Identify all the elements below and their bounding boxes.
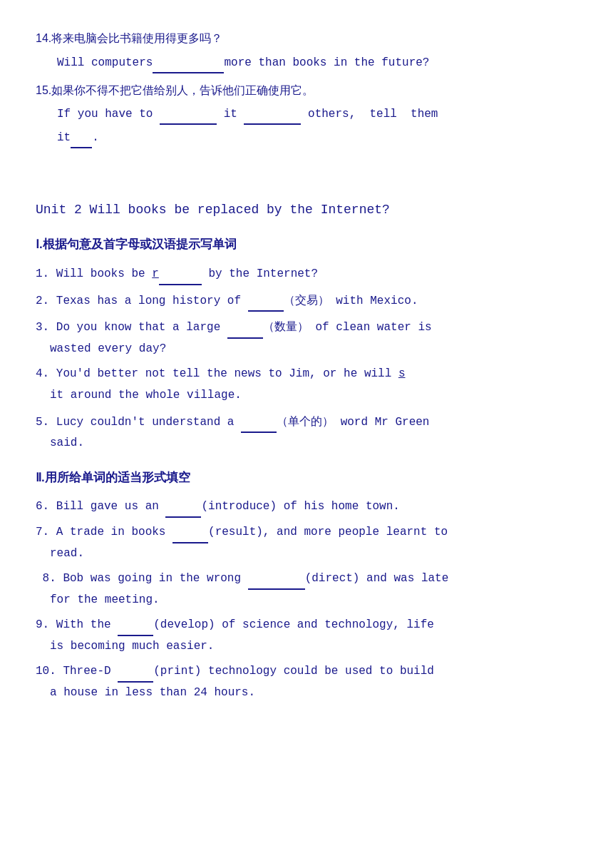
q15-blank3[interactable]	[71, 136, 92, 148]
question-1: 1. Will books be r by the Internet?	[36, 264, 577, 285]
spacer	[36, 155, 577, 177]
q4-wrap: it around the whole village.	[36, 385, 577, 407]
q3-text: 3. Do you know that a large （数量） of clea…	[36, 321, 432, 334]
q15-chinese: 15.如果你不得不把它借给别人，告诉他们正确使用它。	[36, 81, 577, 102]
q2-blank[interactable]	[248, 299, 284, 312]
q6-blank[interactable]	[165, 505, 201, 518]
q5-blank[interactable]	[241, 420, 277, 433]
q3-wrap: wasted every day?	[36, 339, 577, 360]
question-4: 4. You'd better not tell the news to Jim…	[36, 364, 577, 406]
q10-wrap: a house in less than 24 hours.	[36, 683, 577, 704]
question-14: 14.将来电脑会比书籍使用得更多吗？ Will computersmore th…	[36, 29, 577, 73]
q9-blank[interactable]	[118, 623, 153, 636]
section2-title: Ⅱ.用所给单词的适当形式填空	[36, 467, 577, 490]
q8-wrap: for the meeting.	[36, 590, 577, 611]
q15-english-line1: If you have to it others, tell them	[36, 104, 577, 125]
q10-blank[interactable]	[118, 670, 153, 683]
question-6: 6. Bill gave us an (introduce) of his ho…	[36, 496, 577, 518]
question-15: 15.如果你不得不把它借给别人，告诉他们正确使用它。 If you have t…	[36, 81, 577, 148]
q14-chinese: 14.将来电脑会比书籍使用得更多吗？	[36, 29, 577, 50]
unit-title: Unit 2 Will books be replaced by the Int…	[36, 198, 577, 221]
question-10: 10. Three-D (print) technology could be …	[36, 661, 577, 703]
q5-wrap: said.	[36, 433, 577, 454]
question-5: 5. Lucy couldn't understand a （单个的） word…	[36, 411, 577, 454]
q1-underline: r	[152, 267, 159, 280]
q5-text: 5. Lucy couldn't understand a （单个的） word…	[36, 416, 429, 429]
q15-english-line2: it.	[36, 128, 577, 148]
q8-blank[interactable]	[248, 577, 305, 590]
q3-blank[interactable]	[227, 326, 263, 339]
page: 14.将来电脑会比书籍使用得更多吗？ Will computersmore th…	[36, 29, 577, 704]
q14-english: Will computersmore than books in the fut…	[36, 53, 577, 73]
question-2: 2. Texas has a long history of （交易） with…	[36, 290, 577, 312]
q4-underline: s	[398, 367, 406, 380]
q9-wrap: is becoming much easier.	[36, 636, 577, 658]
q4-text: 4. You'd better not tell the news to Jim…	[36, 367, 406, 380]
question-9: 9. With the (develop) of science and tec…	[36, 615, 577, 657]
q1-num: 1. Will books be r by the Internet?	[36, 267, 318, 280]
q7-blank[interactable]	[172, 531, 208, 543]
q7-wrap: read.	[36, 543, 577, 565]
question-7: 7. A trade in books (result), and more p…	[36, 522, 577, 564]
q2-text: 2. Texas has a long history of （交易） with…	[36, 295, 418, 307]
section1-title: Ⅰ.根据句意及首字母或汉语提示写单词	[36, 234, 577, 257]
q15-blank1[interactable]	[160, 112, 217, 125]
question-3: 3. Do you know that a large （数量） of clea…	[36, 316, 577, 359]
question-8: 8. Bob was going in the wrong (direct) a…	[36, 568, 577, 611]
q15-blank2[interactable]	[244, 112, 301, 125]
q14-blank[interactable]	[153, 61, 224, 73]
q1-blank[interactable]	[159, 272, 202, 285]
